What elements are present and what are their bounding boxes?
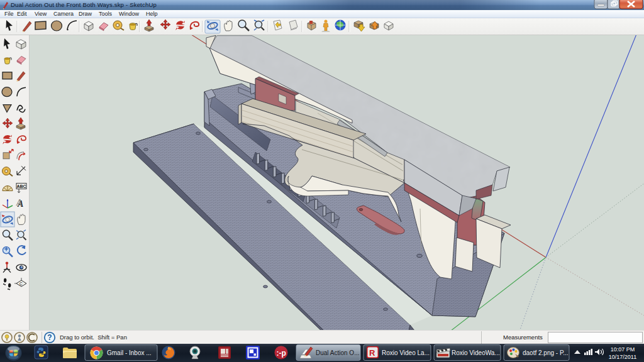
svg-text:10/17/2011: 10/17/2011 [609, 354, 636, 360]
svg-text::-p: :-p [277, 349, 286, 358]
svg-text:Dual Action O...: Dual Action O... [316, 349, 359, 356]
svg-text:10:07 PM: 10:07 PM [611, 346, 635, 353]
svg-text:?: ? [47, 333, 52, 342]
svg-text:C: C [19, 282, 23, 286]
svg-text:daotf 2.png - P...: daotf 2.png - P... [523, 349, 569, 356]
svg-text:Gmail - Inbox ...: Gmail - Inbox ... [107, 349, 152, 356]
svg-text:ABC: ABC [16, 184, 26, 189]
svg-text:A: A [16, 198, 22, 207]
svg-text:Roxio VideoWa...: Roxio VideoWa... [452, 349, 500, 356]
svg-text:Roxio Video La...: Roxio Video La... [382, 349, 430, 356]
svg-text:R: R [369, 348, 375, 358]
